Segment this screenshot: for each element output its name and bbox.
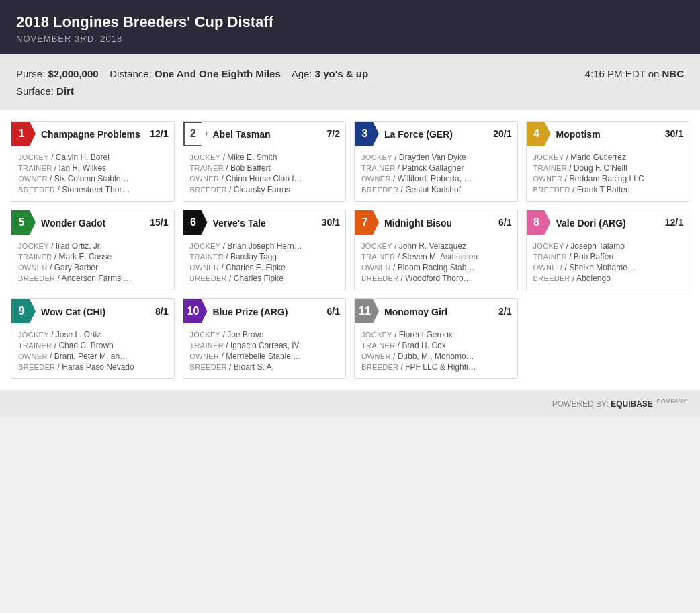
horse-name-3: La Force (GER) bbox=[384, 128, 453, 140]
horse-name-1: Champagne Problems bbox=[41, 128, 140, 140]
brand-name: EQUIBASE bbox=[611, 399, 653, 409]
horse-card-2[interactable]: 2 Abel Tasman 7/2 JOCKEY / Mike E. Smith… bbox=[183, 121, 347, 202]
horse-odds-11: 2/1 bbox=[498, 306, 511, 317]
footer: POWERED BY: EQUIBASE COMPANY bbox=[0, 390, 700, 417]
jockey-row-10: JOCKEY / Joe Bravo bbox=[190, 330, 339, 339]
owner-row-1: OWNER / Six Column Stable… bbox=[18, 174, 167, 183]
jockey-row-4: JOCKEY / Mario Gutierrez bbox=[533, 153, 683, 162]
breeder-row-7: BREEDER / Woodford Thoro… bbox=[361, 274, 511, 283]
horse-odds-8: 12/1 bbox=[665, 217, 683, 228]
owner-row-4: OWNER / Reddam Racing LLC bbox=[533, 174, 683, 183]
card-details-6: JOCKEY / Brian Joseph Hern… TRAINER / Ba… bbox=[183, 241, 346, 283]
number-badge-9: 9 bbox=[11, 299, 36, 323]
horse-name-8: Vale Dori (ARG) bbox=[556, 217, 626, 229]
header: 2018 Longines Breeders' Cup Distaff NOVE… bbox=[0, 0, 700, 54]
jockey-row-3: JOCKEY / Drayden Van Dyke bbox=[361, 153, 511, 162]
number-badge-4: 4 bbox=[527, 122, 551, 146]
horse-card-3[interactable]: 3 La Force (GER) 20/1 JOCKEY / Drayden V… bbox=[354, 121, 518, 202]
horse-name-9: Wow Cat (CHI) bbox=[41, 306, 105, 318]
number-badge-7: 7 bbox=[355, 210, 379, 235]
horse-name-5: Wonder Gadot bbox=[41, 217, 105, 229]
cards-container: 1 Champagne Problems 12/1 JOCKEY / Calvi… bbox=[0, 110, 700, 390]
card-header-3: 3 La Force (GER) 20/1 bbox=[355, 122, 517, 146]
trainer-row-5: TRAINER / Mark E. Casse bbox=[18, 252, 167, 261]
card-details-4: JOCKEY / Mario Gutierrez TRAINER / Doug … bbox=[527, 153, 689, 194]
horse-name-2: Abel Tasman bbox=[213, 128, 271, 140]
card-details-1: JOCKEY / Calvin H. Borel TRAINER / Ian R… bbox=[11, 153, 174, 194]
card-details-7: JOCKEY / John R. Velazquez TRAINER / Ste… bbox=[355, 241, 517, 283]
jockey-row-5: JOCKEY / Irad Ortiz, Jr. bbox=[18, 241, 167, 251]
time-info: 4:16 PM EDT on NBC bbox=[585, 65, 684, 83]
breeder-row-5: BREEDER / Anderson Farms … bbox=[18, 274, 167, 283]
number-badge-6: 6 bbox=[183, 210, 208, 235]
horse-odds-1: 12/1 bbox=[150, 128, 168, 139]
number-badge-1: 1 bbox=[11, 122, 36, 146]
card-header-11: 11 Monomoy Girl 2/1 bbox=[355, 299, 517, 323]
card-details-10: JOCKEY / Joe Bravo TRAINER / Ignacio Cor… bbox=[183, 330, 346, 372]
owner-row-6: OWNER / Charles E. Fipke bbox=[190, 263, 339, 272]
card-details-8: JOCKEY / Joseph Talamo TRAINER / Bob Baf… bbox=[527, 241, 689, 283]
owner-row-7: OWNER / Bloom Racing Stab… bbox=[361, 263, 511, 272]
horse-card-10[interactable]: 10 Blue Prize (ARG) 6/1 JOCKEY / Joe Bra… bbox=[183, 298, 347, 379]
horse-card-6[interactable]: 6 Verve's Tale 30/1 JOCKEY / Brian Josep… bbox=[183, 210, 347, 290]
horse-card-9[interactable]: 9 Wow Cat (CHI) 8/1 JOCKEY / Jose L. Ort… bbox=[11, 298, 175, 379]
trainer-row-8: TRAINER / Bob Baffert bbox=[533, 252, 683, 261]
card-header-8: 8 Vale Dori (ARG) 12/1 bbox=[527, 210, 689, 235]
card-details-9: JOCKEY / Jose L. Ortiz TRAINER / Chad C.… bbox=[11, 330, 174, 372]
horse-card-4[interactable]: 4 Mopotism 30/1 JOCKEY / Mario Gutierrez… bbox=[526, 121, 690, 202]
page-wrapper: 2018 Longines Breeders' Cup Distaff NOVE… bbox=[0, 0, 700, 417]
trainer-row-11: TRAINER / Brad H. Cox bbox=[361, 341, 511, 350]
breeder-row-9: BREEDER / Haras Paso Nevado bbox=[18, 362, 167, 372]
jockey-row-6: JOCKEY / Brian Joseph Hern… bbox=[190, 241, 339, 251]
jockey-row-8: JOCKEY / Joseph Talamo bbox=[533, 241, 683, 251]
card-details-3: JOCKEY / Drayden Van Dyke TRAINER / Patr… bbox=[355, 153, 517, 194]
purse-label: Purse: bbox=[16, 68, 45, 79]
jockey-row-11: JOCKEY / Florent Geroux bbox=[361, 330, 511, 339]
owner-row-10: OWNER / Merriebelle Stable … bbox=[190, 352, 339, 361]
jockey-row-7: JOCKEY / John R. Velazquez bbox=[361, 241, 511, 251]
horse-card-1[interactable]: 1 Champagne Problems 12/1 JOCKEY / Calvi… bbox=[11, 121, 175, 202]
surface-value: Dirt bbox=[56, 85, 74, 97]
trainer-row-9: TRAINER / Chad C. Brown bbox=[18, 341, 167, 350]
race-info-bar: 4:16 PM EDT on NBC Purse: $2,000,000 Dis… bbox=[0, 54, 700, 110]
number-badge-11: 11 bbox=[355, 299, 379, 323]
horse-name-4: Mopotism bbox=[556, 128, 601, 140]
horse-card-11[interactable]: 11 Monomoy Girl 2/1 JOCKEY / Florent Ger… bbox=[354, 298, 518, 379]
number-badge-8: 8 bbox=[527, 210, 551, 235]
number-badge-2: 2 bbox=[183, 122, 208, 146]
breeder-row-4: BREEDER / Frank T Batten bbox=[533, 185, 683, 194]
distance-value: One And One Eighth Miles bbox=[155, 68, 281, 79]
horse-odds-10: 6/1 bbox=[327, 306, 340, 317]
jockey-row-1: JOCKEY / Calvin H. Borel bbox=[18, 153, 167, 162]
card-header-7: 7 Midnight Bisou 6/1 bbox=[355, 210, 517, 235]
horse-odds-4: 30/1 bbox=[665, 128, 683, 139]
number-badge-3: 3 bbox=[355, 122, 379, 146]
powered-by-label: POWERED BY: bbox=[552, 399, 609, 409]
purse-value: $2,000,000 bbox=[48, 68, 99, 79]
trainer-row-3: TRAINER / Patrick Gallagher bbox=[361, 163, 511, 173]
card-header-6: 6 Verve's Tale 30/1 bbox=[183, 210, 346, 235]
card-details-5: JOCKEY / Irad Ortiz, Jr. TRAINER / Mark … bbox=[11, 241, 174, 283]
horse-card-8[interactable]: 8 Vale Dori (ARG) 12/1 JOCKEY / Joseph T… bbox=[526, 210, 690, 290]
horse-name-11: Monomoy Girl bbox=[384, 306, 447, 318]
horse-card-7[interactable]: 7 Midnight Bisou 6/1 JOCKEY / John R. Ve… bbox=[354, 210, 518, 290]
owner-row-9: OWNER / Brant, Peter M. an… bbox=[18, 352, 167, 361]
owner-row-3: OWNER / Williford, Roberta, … bbox=[361, 174, 511, 183]
trainer-row-1: TRAINER / Ian R. Wilkes bbox=[18, 163, 167, 173]
number-badge-5: 5 bbox=[11, 210, 36, 235]
breeder-row-10: BREEDER / Bioart S. A. bbox=[190, 362, 339, 372]
horse-card-5[interactable]: 5 Wonder Gadot 15/1 JOCKEY / Irad Ortiz,… bbox=[11, 210, 175, 290]
horse-name-7: Midnight Bisou bbox=[384, 217, 452, 229]
card-header-9: 9 Wow Cat (CHI) 8/1 bbox=[11, 299, 174, 323]
breeder-row-8: BREEDER / Abolengo bbox=[533, 274, 683, 283]
owner-row-5: OWNER / Gary Barber bbox=[18, 263, 167, 272]
horse-odds-3: 20/1 bbox=[493, 128, 511, 139]
card-header-10: 10 Blue Prize (ARG) 6/1 bbox=[183, 299, 346, 323]
card-header-5: 5 Wonder Gadot 15/1 bbox=[11, 210, 174, 235]
age-value: 3 yo's & up bbox=[315, 68, 368, 79]
jockey-row-9: JOCKEY / Jose L. Ortiz bbox=[18, 330, 167, 339]
number-badge-10: 10 bbox=[183, 299, 208, 323]
owner-row-11: OWNER / Dubb, M., Monomo… bbox=[361, 352, 511, 361]
age-label: Age: bbox=[292, 68, 312, 79]
card-header-2: 2 Abel Tasman 7/2 bbox=[183, 122, 346, 146]
